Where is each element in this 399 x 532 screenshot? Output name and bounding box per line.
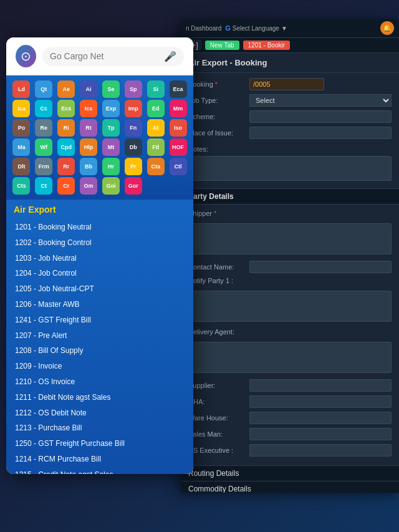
delivery-agent-textarea[interactable] [188,342,392,373]
app-icon: Tp [102,119,120,137]
menu-item[interactable]: 1215 - Credit Note agst Sales [14,467,186,474]
app-grid-item[interactable]: Cc [34,100,54,117]
commodity-details[interactable]: Commodity Details [181,481,399,493]
app-grid-item[interactable]: Pr [123,158,143,175]
app-grid-item[interactable]: Re [34,119,54,137]
menu-item[interactable]: 1250 - GST Freight Purchase Bill [14,436,186,452]
app-grid-item[interactable]: Iso [168,119,188,137]
sales-man-row: Sales Man: [188,428,392,440]
cha-input[interactable] [249,395,392,408]
app-grid-item[interactable]: Hlp [79,138,99,156]
app-grid-item[interactable]: Ae [56,80,77,98]
supplier-label: Supplier: [188,382,244,389]
app-grid-item[interactable]: Cr [56,177,77,195]
app-grid-item[interactable]: Frm [34,158,54,175]
app-grid-item[interactable]: Ctl [168,158,188,175]
app-grid-item[interactable]: Mm [168,100,188,117]
notes-textarea[interactable] [188,156,392,181]
google-icon: G [225,24,231,32]
shipper-textarea[interactable] [188,223,392,254]
app-grid-item[interactable]: Ics [79,100,99,117]
app-grid-item[interactable]: Dlt [11,158,32,175]
notification-bell[interactable]: 🔔 [380,21,394,35]
app-grid-item[interactable]: Fn [123,119,143,137]
search-input-area[interactable]: 🎤 [42,47,184,66]
menu-item[interactable]: 1203 - Job Neutral [14,251,186,266]
menu-panel: ⊙ 🎤 Ld Qt Ae Ai Se Sp Si Eca Ica Cc Ecs … [6,37,193,474]
app-grid-item[interactable]: Eca [168,80,188,98]
select-language-label: Select Language [233,25,279,32]
menu-item[interactable]: 1211 - Debit Note agst Sales [14,390,186,405]
place-of-issue-input[interactable] [249,127,392,139]
app-grid-item[interactable]: Ica [11,100,32,117]
app-grid-item[interactable]: Exp [101,100,122,117]
app-grid-item[interactable]: Ma [11,138,32,156]
app-grid-item[interactable]: Cpd [56,138,77,156]
app-grid-item[interactable]: Ct [34,177,54,195]
app-grid-item[interactable]: Mt [101,138,122,156]
app-grid-item[interactable]: Ed [145,100,166,117]
menu-item[interactable]: 1212 - OS Debit Note [14,405,186,421]
app-grid-item[interactable]: Sp [123,80,143,98]
app-grid-item[interactable]: Si [145,80,166,98]
dashboard-link[interactable]: n Dashboard [186,25,221,32]
app-grid-item[interactable]: Tp [101,119,122,137]
app-grid-item[interactable]: Gor [123,177,143,195]
app-icon: Wf [35,138,52,156]
menu-item[interactable]: 1205 - Job Neutral-CPT [14,281,186,297]
app-grid-item[interactable]: Bb [79,158,99,175]
search-input[interactable] [50,51,159,61]
menu-item[interactable]: 1202 - Booking Control [14,235,186,251]
app-grid-item[interactable]: Cts [11,177,32,195]
menu-item[interactable]: 1214 - RCM Purchase Bill [14,452,186,467]
menu-item[interactable]: 1241 - GST Freight Bill [14,312,186,328]
app-grid-item[interactable]: Rt [79,119,99,137]
scheme-input[interactable] [249,110,392,123]
menu-item[interactable]: 1208 - Bill Of Supply [14,343,186,359]
app-grid-item[interactable]: Rr [56,158,77,175]
sales-man-input[interactable] [249,428,392,440]
app-grid-item[interactable]: Ld [11,80,32,98]
booking-input[interactable] [249,78,324,90]
supplier-input[interactable] [249,379,392,392]
routing-details[interactable]: Routing Details [181,466,399,481]
menu-item[interactable]: 1213 - Purchase Bill [14,420,186,436]
tab-1201[interactable]: 1201 - Bookir [243,41,290,50]
app-grid-item[interactable]: Ftl [145,138,166,156]
app-grid-item[interactable]: HOF [168,138,188,156]
app-grid-item[interactable]: Wf [34,138,54,156]
app-grid-item[interactable]: At [145,119,166,137]
menu-item[interactable]: 1210 - OS Invoice [14,374,186,390]
job-type-select[interactable]: Select [249,94,392,107]
app-grid-item[interactable]: Hr [101,158,122,175]
scheme-label: Scheme: [188,113,244,120]
cs-executive-input[interactable] [249,444,392,457]
notify-party-label: Notify Party 1 : [188,277,244,284]
place-of-issue-row: Place of Issue: [188,127,392,139]
app-grid-item[interactable]: Cta [145,158,166,175]
app-grid-item[interactable]: Se [101,80,122,98]
menu-item[interactable]: 1204 - Job Control [14,266,186,281]
menu-item[interactable]: 1206 - Master AWB [14,297,186,312]
app-icon: Exp [102,100,120,117]
app-grid-item[interactable]: Ai [79,80,99,98]
ware-house-input[interactable] [249,412,392,424]
app-grid-item[interactable]: Imp [123,100,143,117]
app-grid-item[interactable]: Ri [56,119,77,137]
menu-items: 1201 - Booking Neutral1202 - Booking Con… [14,220,186,474]
contact-name-input[interactable] [249,261,392,273]
app-icon: Mm [170,100,187,117]
app-grid-item[interactable]: Db [123,138,143,156]
menu-item[interactable]: 1209 - Invoice [14,359,186,374]
menu-item[interactable]: 1201 - Booking Neutral [14,220,186,235]
new-tab[interactable]: New Tab [205,41,239,50]
app-grid-item[interactable]: Qt [34,80,54,98]
app-grid-item[interactable]: Om [79,177,99,195]
app-grid-item[interactable]: Po [11,119,32,137]
language-selector[interactable]: G Select Language ▼ [225,24,287,32]
app-grid-item[interactable]: Ecs [56,100,77,117]
app-grid-item[interactable]: Goi [101,177,122,195]
app-icon: Ctl [170,158,187,175]
menu-item[interactable]: 1207 - Pre Alert [14,328,186,344]
notify-party-textarea[interactable] [188,291,392,322]
